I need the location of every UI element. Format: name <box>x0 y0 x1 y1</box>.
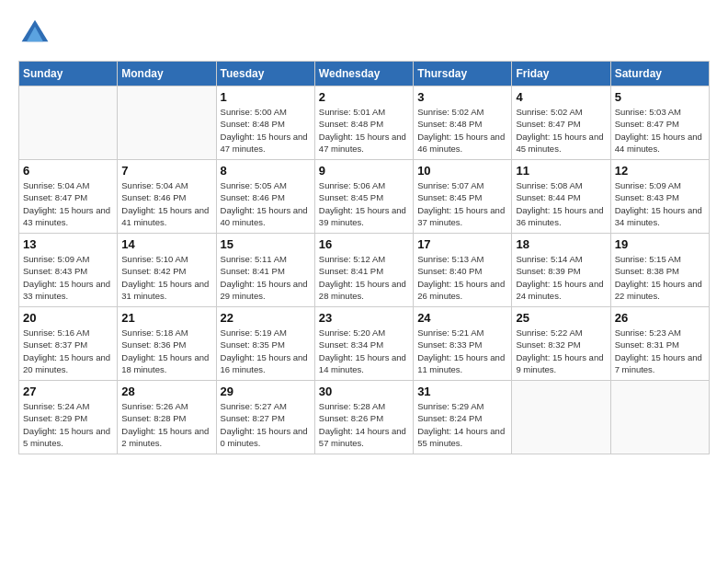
calendar-cell: 18Sunrise: 5:14 AMSunset: 8:39 PMDayligh… <box>512 234 610 307</box>
calendar-cell <box>19 86 118 160</box>
calendar-cell: 13Sunrise: 5:09 AMSunset: 8:43 PMDayligh… <box>19 234 118 307</box>
day-detail: Sunrise: 5:01 AMSunset: 8:48 PMDaylight:… <box>319 106 409 155</box>
weekday-header-tuesday: Tuesday <box>216 62 314 86</box>
week-row-4: 27Sunrise: 5:24 AMSunset: 8:29 PMDayligh… <box>19 381 710 454</box>
day-number: 11 <box>516 164 606 178</box>
day-number: 25 <box>516 311 606 325</box>
day-detail: Sunrise: 5:27 AMSunset: 8:27 PMDaylight:… <box>221 400 311 449</box>
calendar-cell: 9Sunrise: 5:06 AMSunset: 8:45 PMDaylight… <box>314 160 413 234</box>
day-number: 27 <box>23 385 113 398</box>
calendar-cell: 2Sunrise: 5:01 AMSunset: 8:48 PMDaylight… <box>314 86 413 160</box>
calendar-table: SundayMondayTuesdayWednesdayThursdayFrid… <box>18 61 710 454</box>
day-number: 26 <box>615 311 705 325</box>
day-detail: Sunrise: 5:13 AMSunset: 8:40 PMDaylight:… <box>417 253 507 302</box>
calendar-cell: 29Sunrise: 5:27 AMSunset: 8:27 PMDayligh… <box>216 381 314 454</box>
day-number: 29 <box>221 385 311 398</box>
calendar-cell: 17Sunrise: 5:13 AMSunset: 8:40 PMDayligh… <box>414 234 512 307</box>
day-number: 4 <box>516 90 606 104</box>
day-detail: Sunrise: 5:23 AMSunset: 8:31 PMDaylight:… <box>615 327 705 375</box>
logo <box>18 18 57 52</box>
day-detail: Sunrise: 5:10 AMSunset: 8:42 PMDaylight:… <box>121 253 211 302</box>
calendar-cell: 4Sunrise: 5:02 AMSunset: 8:47 PMDaylight… <box>512 86 610 160</box>
calendar-cell: 15Sunrise: 5:11 AMSunset: 8:41 PMDayligh… <box>216 234 314 307</box>
day-number: 13 <box>23 237 113 251</box>
weekday-header-sunday: Sunday <box>19 62 118 86</box>
calendar-cell: 25Sunrise: 5:22 AMSunset: 8:32 PMDayligh… <box>512 307 610 381</box>
day-number: 23 <box>319 311 409 325</box>
weekday-header-monday: Monday <box>118 62 216 86</box>
week-row-0: 1Sunrise: 5:00 AMSunset: 8:48 PMDaylight… <box>19 86 710 160</box>
day-detail: Sunrise: 5:16 AMSunset: 8:37 PMDaylight:… <box>23 327 113 375</box>
day-number: 31 <box>417 385 507 398</box>
day-detail: Sunrise: 5:08 AMSunset: 8:44 PMDaylight:… <box>516 179 606 228</box>
day-number: 12 <box>615 164 705 178</box>
day-number: 7 <box>121 164 211 178</box>
day-number: 8 <box>221 164 311 178</box>
calendar-cell: 11Sunrise: 5:08 AMSunset: 8:44 PMDayligh… <box>512 160 610 234</box>
calendar-cell: 26Sunrise: 5:23 AMSunset: 8:31 PMDayligh… <box>610 307 709 381</box>
day-number: 28 <box>121 385 211 398</box>
day-detail: Sunrise: 5:02 AMSunset: 8:48 PMDaylight:… <box>417 106 507 155</box>
day-number: 16 <box>319 237 409 251</box>
calendar-cell: 12Sunrise: 5:09 AMSunset: 8:43 PMDayligh… <box>610 160 709 234</box>
day-detail: Sunrise: 5:04 AMSunset: 8:47 PMDaylight:… <box>23 179 113 228</box>
day-detail: Sunrise: 5:28 AMSunset: 8:26 PMDaylight:… <box>319 400 409 449</box>
week-row-3: 20Sunrise: 5:16 AMSunset: 8:37 PMDayligh… <box>19 307 710 381</box>
day-number: 9 <box>319 164 409 178</box>
calendar-cell: 6Sunrise: 5:04 AMSunset: 8:47 PMDaylight… <box>19 160 118 234</box>
day-number: 15 <box>221 237 311 251</box>
calendar-cell: 10Sunrise: 5:07 AMSunset: 8:45 PMDayligh… <box>414 160 512 234</box>
calendar-cell: 31Sunrise: 5:29 AMSunset: 8:24 PMDayligh… <box>414 381 512 454</box>
day-number: 3 <box>417 90 507 104</box>
calendar-cell: 23Sunrise: 5:20 AMSunset: 8:34 PMDayligh… <box>314 307 413 381</box>
weekday-header-thursday: Thursday <box>414 62 512 86</box>
calendar-cell: 24Sunrise: 5:21 AMSunset: 8:33 PMDayligh… <box>414 307 512 381</box>
calendar-cell: 5Sunrise: 5:03 AMSunset: 8:47 PMDaylight… <box>610 86 709 160</box>
day-number: 22 <box>221 311 311 325</box>
day-detail: Sunrise: 5:09 AMSunset: 8:43 PMDaylight:… <box>23 253 113 302</box>
day-number: 20 <box>23 311 113 325</box>
calendar-cell: 3Sunrise: 5:02 AMSunset: 8:48 PMDaylight… <box>414 86 512 160</box>
day-number: 19 <box>615 237 705 251</box>
day-detail: Sunrise: 5:14 AMSunset: 8:39 PMDaylight:… <box>516 253 606 302</box>
calendar-cell <box>610 381 709 454</box>
day-number: 2 <box>319 90 409 104</box>
header <box>18 18 710 52</box>
day-detail: Sunrise: 5:26 AMSunset: 8:28 PMDaylight:… <box>121 400 211 449</box>
day-detail: Sunrise: 5:06 AMSunset: 8:45 PMDaylight:… <box>319 179 409 228</box>
week-row-2: 13Sunrise: 5:09 AMSunset: 8:43 PMDayligh… <box>19 234 710 307</box>
day-number: 6 <box>23 164 113 178</box>
day-detail: Sunrise: 5:07 AMSunset: 8:45 PMDaylight:… <box>417 179 507 228</box>
calendar-cell: 22Sunrise: 5:19 AMSunset: 8:35 PMDayligh… <box>216 307 314 381</box>
calendar-cell: 21Sunrise: 5:18 AMSunset: 8:36 PMDayligh… <box>118 307 216 381</box>
calendar-cell: 27Sunrise: 5:24 AMSunset: 8:29 PMDayligh… <box>19 381 118 454</box>
day-detail: Sunrise: 5:03 AMSunset: 8:47 PMDaylight:… <box>615 106 705 155</box>
weekday-header-row: SundayMondayTuesdayWednesdayThursdayFrid… <box>19 62 710 86</box>
calendar-cell <box>512 381 610 454</box>
logo-icon <box>18 18 51 52</box>
calendar-cell: 7Sunrise: 5:04 AMSunset: 8:46 PMDaylight… <box>118 160 216 234</box>
day-number: 1 <box>221 90 311 104</box>
calendar-cell: 8Sunrise: 5:05 AMSunset: 8:46 PMDaylight… <box>216 160 314 234</box>
day-detail: Sunrise: 5:18 AMSunset: 8:36 PMDaylight:… <box>121 327 211 375</box>
calendar-cell: 14Sunrise: 5:10 AMSunset: 8:42 PMDayligh… <box>118 234 216 307</box>
week-row-1: 6Sunrise: 5:04 AMSunset: 8:47 PMDaylight… <box>19 160 710 234</box>
day-detail: Sunrise: 5:12 AMSunset: 8:41 PMDaylight:… <box>319 253 409 302</box>
day-number: 17 <box>417 237 507 251</box>
day-detail: Sunrise: 5:24 AMSunset: 8:29 PMDaylight:… <box>23 400 113 449</box>
day-number: 14 <box>121 237 211 251</box>
day-detail: Sunrise: 5:02 AMSunset: 8:47 PMDaylight:… <box>516 106 606 155</box>
weekday-header-saturday: Saturday <box>610 62 709 86</box>
calendar-cell: 1Sunrise: 5:00 AMSunset: 8:48 PMDaylight… <box>216 86 314 160</box>
calendar-cell: 19Sunrise: 5:15 AMSunset: 8:38 PMDayligh… <box>610 234 709 307</box>
day-number: 24 <box>417 311 507 325</box>
calendar-cell: 30Sunrise: 5:28 AMSunset: 8:26 PMDayligh… <box>314 381 413 454</box>
day-detail: Sunrise: 5:29 AMSunset: 8:24 PMDaylight:… <box>417 400 507 449</box>
day-detail: Sunrise: 5:21 AMSunset: 8:33 PMDaylight:… <box>417 327 507 375</box>
day-number: 10 <box>417 164 507 178</box>
day-detail: Sunrise: 5:20 AMSunset: 8:34 PMDaylight:… <box>319 327 409 375</box>
day-number: 18 <box>516 237 606 251</box>
day-detail: Sunrise: 5:00 AMSunset: 8:48 PMDaylight:… <box>221 106 311 155</box>
day-number: 21 <box>121 311 211 325</box>
day-detail: Sunrise: 5:09 AMSunset: 8:43 PMDaylight:… <box>615 179 705 228</box>
